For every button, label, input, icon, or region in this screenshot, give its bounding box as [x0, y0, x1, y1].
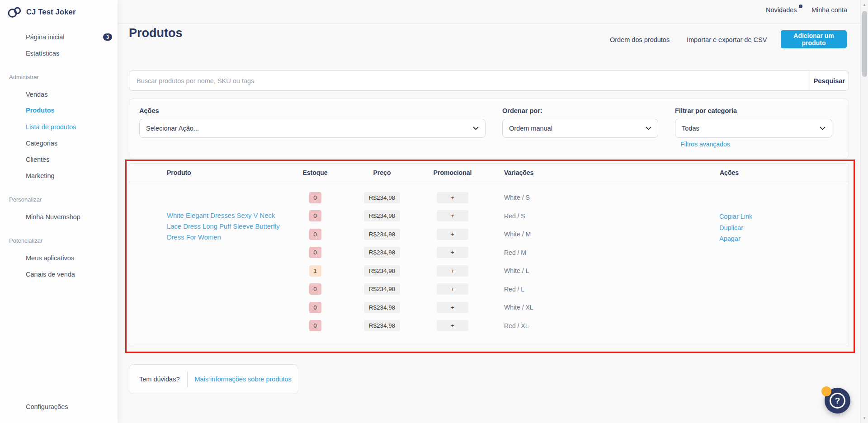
search-input[interactable]	[129, 71, 810, 90]
scroll-up-icon[interactable]: ▲	[861, 3, 868, 7]
ordenar-por-label: Ordenar por:	[502, 107, 542, 114]
price-badge[interactable]: R$234,98	[364, 247, 401, 258]
scrollbar-thumb[interactable]	[862, 11, 867, 77]
copiar-link-action[interactable]: Copiar Link	[719, 211, 752, 222]
stock-badge[interactable]: 0	[309, 283, 321, 295]
column-header-variacoes: Variações	[488, 169, 610, 176]
acoes-select-value: Selecionar Ação...	[146, 125, 199, 132]
sidebar-item-configuracoes[interactable]: Configurações	[26, 403, 68, 410]
sidebar-item-pagina-inicial[interactable]: Página inicial	[26, 33, 64, 41]
store-logo[interactable]: CJ Test Joker	[7, 6, 76, 18]
notification-dot	[799, 5, 802, 8]
filtros-avancados-link[interactable]: Filtros avançados	[680, 141, 730, 148]
pesquisar-button[interactable]: Pesquisar	[810, 71, 849, 90]
nuvemshop-logo-icon	[7, 6, 22, 18]
row-actions: Copiar Link Duplicar Apagar	[719, 211, 752, 244]
categoria-select-value: Todas	[682, 125, 699, 132]
sidebar-item-produtos[interactable]: Produtos	[26, 107, 55, 114]
product-name-link[interactable]: White Elegant Dresses Sexy V Neck Lace D…	[167, 210, 283, 243]
variation-label: White / S	[488, 194, 610, 201]
price-badge[interactable]: R$234,98	[364, 210, 401, 221]
help-notification-dot	[821, 386, 831, 396]
stock-badge[interactable]: 1	[309, 265, 321, 277]
products-page: CJ Test Joker Página inicial 3 Estatísti…	[0, 0, 868, 423]
minha-conta-link[interactable]: Minha conta	[811, 6, 847, 14]
sidebar-item-clientes[interactable]: Clientes	[26, 156, 49, 163]
question-icon: ?	[830, 393, 845, 409]
promo-add-button[interactable]: +	[437, 192, 468, 203]
sidebar-item-canais-de-venda[interactable]: Canais de venda	[26, 271, 75, 278]
sidebar-item-categorias[interactable]: Categorias	[26, 140, 57, 147]
variation-label: White / M	[488, 230, 610, 238]
sidebar-item-estatisticas[interactable]: Estatísticas	[26, 50, 59, 57]
sidebar-item-marketing[interactable]: Marketing	[26, 172, 55, 179]
store-name: CJ Test Joker	[26, 8, 76, 16]
sidebar-section-administrar: Administrar	[9, 74, 39, 80]
search-bar: Pesquisar	[129, 70, 849, 91]
scroll-down-icon[interactable]: ▼	[861, 416, 868, 420]
variation-label: Red / L	[488, 286, 610, 293]
variant-row: 1 R$234,98 + White / L	[129, 262, 849, 280]
table-header-row: Produto Estoque Preço Promocional Variaç…	[129, 164, 849, 182]
sidebar-item-minha-nuvemshop[interactable]: Minha Nuvemshop	[26, 213, 80, 221]
apagar-action[interactable]: Apagar	[719, 233, 752, 244]
chevron-down-icon	[820, 127, 826, 130]
categoria-select[interactable]: Todas	[675, 119, 832, 138]
stock-badge[interactable]: 0	[309, 192, 321, 203]
home-notification-badge: 3	[103, 33, 112, 41]
column-header-produto: Produto	[129, 169, 283, 176]
chevron-down-icon	[646, 127, 651, 130]
variant-row: 0 R$234,98 + Red / XL	[129, 317, 849, 335]
price-badge[interactable]: R$234,98	[364, 302, 401, 313]
acoes-label: Ações	[139, 107, 159, 114]
sidebar-item-vendas[interactable]: Vendas	[26, 91, 47, 98]
help-footer-card: Tem dúvidas? Mais informações sobre prod…	[129, 364, 298, 394]
promo-add-button[interactable]: +	[437, 265, 468, 277]
price-badge[interactable]: R$234,98	[364, 320, 401, 331]
price-badge[interactable]: R$234,98	[364, 229, 401, 240]
sidebar-item-lista-de-produtos[interactable]: Lista de produtos	[26, 123, 76, 131]
table-body: 0 R$234,98 + White / S 0 R$234,98 + Red …	[129, 182, 849, 346]
help-button[interactable]: ?	[825, 388, 850, 414]
footer-divider	[187, 371, 188, 387]
stock-badge[interactable]: 0	[309, 229, 321, 240]
variation-label: Red / XL	[488, 322, 610, 329]
ordenar-por-select[interactable]: Ordem manual	[502, 119, 658, 138]
filters-panel: Ações Selecionar Ação... Ordenar por: Or…	[129, 99, 849, 159]
products-table: Produto Estoque Preço Promocional Variaç…	[129, 163, 849, 346]
page-title: Produtos	[129, 26, 183, 40]
adicionar-um-produto-button[interactable]: Adicionar um produto	[781, 30, 847, 48]
variant-row: 0 R$234,98 + Red / L	[129, 280, 849, 299]
stock-badge[interactable]: 0	[309, 320, 321, 331]
column-header-promocional: Promocional	[417, 169, 488, 176]
stock-badge[interactable]: 0	[309, 247, 321, 258]
promo-add-button[interactable]: +	[437, 210, 468, 221]
duplicar-action[interactable]: Duplicar	[719, 222, 752, 234]
column-header-acoes: Ações	[610, 169, 849, 176]
sidebar-item-meus-aplicativos[interactable]: Meus aplicativos	[26, 254, 74, 262]
variation-label: White / XL	[488, 304, 610, 311]
tem-duvidas-label: Tem dúvidas?	[139, 376, 179, 383]
sidebar: CJ Test Joker Página inicial 3 Estatísti…	[0, 0, 118, 423]
promo-add-button[interactable]: +	[437, 320, 468, 331]
acoes-select[interactable]: Selecionar Ação...	[139, 119, 486, 138]
ordem-dos-produtos-link[interactable]: Ordem dos produtos	[610, 36, 670, 43]
promo-add-button[interactable]: +	[437, 302, 468, 313]
price-badge[interactable]: R$234,98	[364, 265, 401, 277]
topbar-divider	[118, 24, 868, 24]
novidades-link[interactable]: Novidades	[766, 6, 797, 14]
price-badge[interactable]: R$234,98	[364, 283, 401, 295]
stock-badge[interactable]: 0	[309, 210, 321, 221]
variation-label: Red / M	[488, 249, 610, 256]
variant-row: 0 R$234,98 + Red / M	[129, 244, 849, 262]
importar-exportar-csv-link[interactable]: Importar e exportar de CSV	[687, 36, 767, 43]
promo-add-button[interactable]: +	[437, 283, 468, 295]
column-header-estoque: Estoque	[283, 169, 347, 176]
price-badge[interactable]: R$234,98	[364, 192, 401, 203]
mais-informacoes-link[interactable]: Mais informações sobre produtos	[194, 376, 291, 383]
stock-badge[interactable]: 0	[309, 302, 321, 313]
promo-add-button[interactable]: +	[437, 229, 468, 240]
sidebar-section-personalizar: Personalizar	[9, 196, 42, 203]
variant-row: 0 R$234,98 + White / S	[129, 188, 849, 207]
promo-add-button[interactable]: +	[437, 247, 468, 258]
